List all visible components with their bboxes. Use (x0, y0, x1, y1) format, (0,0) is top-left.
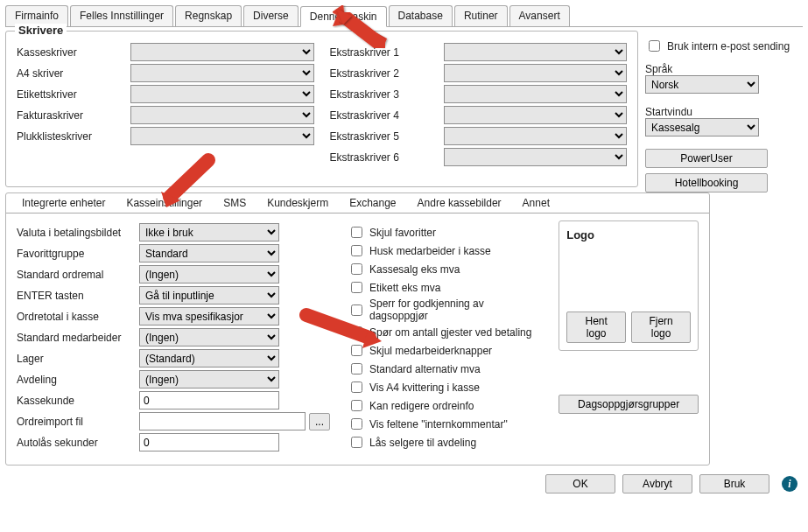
option-checkbox[interactable] (351, 345, 362, 356)
logo-preview (566, 242, 691, 312)
option-checkbox[interactable] (351, 282, 362, 293)
printers-group: Skrivere KasseskriverA4 skriverEtikettsk… (5, 31, 638, 187)
sub-tab[interactable]: Exchange (339, 193, 406, 213)
form-label: Lager (17, 353, 139, 365)
form-label: ENTER tasten (17, 290, 139, 302)
option-checkbox[interactable] (351, 400, 362, 411)
printers-title: Skrivere (15, 24, 67, 37)
sub-tab[interactable]: Integrerte enheter (11, 193, 116, 213)
option-label: Vis feltene "internkommentar" (369, 418, 508, 430)
apply-button[interactable]: Bruk (699, 474, 769, 494)
form-select[interactable]: Vis mva spesifikasjor (139, 307, 279, 326)
form-label: Autolås sekunder (17, 437, 139, 449)
main-tab[interactable]: Denne maskin (300, 6, 387, 27)
main-tabbar: FirmainfoFelles InnstillingerRegnskapDiv… (5, 5, 803, 27)
startvindu-select[interactable]: Kassesalg (645, 118, 759, 136)
printer-label: Ekstraskriver 5 (330, 130, 444, 143)
printer-select[interactable] (444, 148, 628, 166)
form-select[interactable]: Gå til inputlinje (139, 286, 279, 304)
form-label: Avdeling (17, 374, 139, 386)
logo-group: Logo Hent logo Fjern logo (559, 220, 699, 351)
main-tab[interactable]: Regnskap (175, 5, 242, 26)
printer-select[interactable] (444, 43, 628, 61)
printer-select[interactable] (130, 127, 314, 145)
startvindu-label: Startvindu (645, 106, 692, 118)
sub-tab[interactable]: Andre kassebilder (407, 193, 512, 213)
main-tab[interactable]: Rutiner (454, 5, 508, 26)
printer-select[interactable] (130, 64, 314, 82)
form-select[interactable]: Ikke i bruk (139, 223, 279, 242)
option-checkbox[interactable] (351, 227, 362, 238)
cancel-button[interactable]: Avbryt (622, 474, 692, 494)
sub-tab[interactable]: SMS (213, 193, 256, 213)
intern-epost-checkbox[interactable] (649, 40, 660, 52)
printer-label: Kasseskriver (17, 46, 130, 59)
form-input[interactable] (139, 391, 279, 410)
printer-label: Etikettskriver (17, 88, 130, 101)
printer-select[interactable] (444, 106, 628, 124)
main-tab[interactable]: Felles Innstillinger (70, 5, 173, 26)
option-checkbox[interactable] (351, 245, 362, 256)
logo-title: Logo (566, 228, 691, 242)
option-checkbox[interactable] (351, 382, 362, 393)
form-label: Favorittgruppe (17, 248, 139, 260)
form-select[interactable]: (Standard) (139, 349, 279, 368)
printer-label: Ekstraskriver 2 (330, 67, 444, 80)
option-label: Kassesalg eks mva (369, 263, 460, 276)
option-checkbox[interactable] (351, 304, 362, 316)
option-label: Sperr for godkjenning av dagsoppgjør (369, 298, 541, 322)
sub-tabbar: Integrerte enheterKasseinstillingerSMSKu… (6, 193, 709, 214)
hent-logo-button[interactable]: Hent logo (566, 312, 626, 343)
form-select[interactable]: Standard (139, 244, 279, 262)
form-input[interactable] (139, 412, 306, 430)
hotelbooking-button[interactable]: Hotellbooking (645, 173, 768, 192)
main-tab[interactable]: Avansert (509, 5, 570, 26)
form-select[interactable]: (Ingen) (139, 370, 279, 388)
main-tab[interactable]: Database (389, 5, 453, 26)
printer-label: Ekstraskriver 4 (330, 109, 444, 122)
fjern-logo-button[interactable]: Fjern logo (631, 312, 691, 343)
dagsoppgjorsgrupper-button[interactable]: Dagsoppgjørsgrupper (559, 395, 699, 414)
printer-label: Fakturaskriver (17, 109, 130, 122)
option-label: Husk medarbeider i kasse (369, 245, 491, 257)
option-label: Spør om antall gjester ved betaling (369, 326, 531, 339)
option-checkbox[interactable] (351, 263, 362, 275)
form-select[interactable]: (Ingen) (139, 328, 279, 346)
poweruser-button[interactable]: PowerUser (645, 149, 768, 168)
printer-select[interactable] (444, 127, 628, 145)
form-select[interactable]: (Ingen) (139, 265, 279, 284)
info-icon[interactable]: i (782, 476, 797, 492)
form-input[interactable] (139, 433, 279, 452)
option-label: Kan redigere ordreinfo (369, 400, 474, 412)
dialog-footer: OK Avbryt Bruk i (5, 466, 803, 494)
intern-epost-label: Bruk intern e-post sending (667, 40, 790, 52)
form-label: Standard medarbeider (17, 332, 139, 344)
main-tab[interactable]: Diverse (243, 5, 299, 26)
browse-button[interactable]: ... (309, 413, 330, 430)
printer-label: Plukklisteskriver (17, 130, 130, 143)
option-checkbox[interactable] (351, 437, 362, 448)
printer-select[interactable] (444, 64, 628, 82)
sub-tab[interactable]: Annet (512, 193, 560, 213)
sub-tab[interactable]: Kundeskjerm (256, 193, 339, 213)
ok-button[interactable]: OK (545, 474, 615, 494)
form-label: Valuta i betalingsbildet (17, 227, 139, 239)
sub-tab[interactable]: Kasseinstillinger (116, 193, 213, 213)
form-label: Ordretotal i kasse (17, 311, 139, 323)
option-checkbox[interactable] (351, 363, 362, 374)
printer-select[interactable] (444, 85, 628, 103)
option-label: Vis A4 kvittering i kasse (369, 382, 480, 394)
printer-label: A4 skriver (17, 67, 130, 80)
option-checkbox[interactable] (351, 418, 362, 430)
side-column: Bruk intern e-post sending Språk Norsk S… (645, 31, 803, 192)
printer-select[interactable] (130, 43, 314, 61)
printer-label: Ekstraskriver 1 (330, 46, 444, 59)
option-label: Lås selgere til avdeling (369, 437, 476, 449)
option-label: Etikett eks mva (369, 282, 440, 294)
printer-select[interactable] (130, 85, 314, 103)
printer-select[interactable] (130, 106, 314, 124)
option-label: Skjul favoritter (369, 227, 436, 239)
sprak-select[interactable]: Norsk (645, 75, 759, 94)
option-checkbox[interactable] (351, 326, 362, 338)
sprak-label: Språk (645, 63, 672, 75)
